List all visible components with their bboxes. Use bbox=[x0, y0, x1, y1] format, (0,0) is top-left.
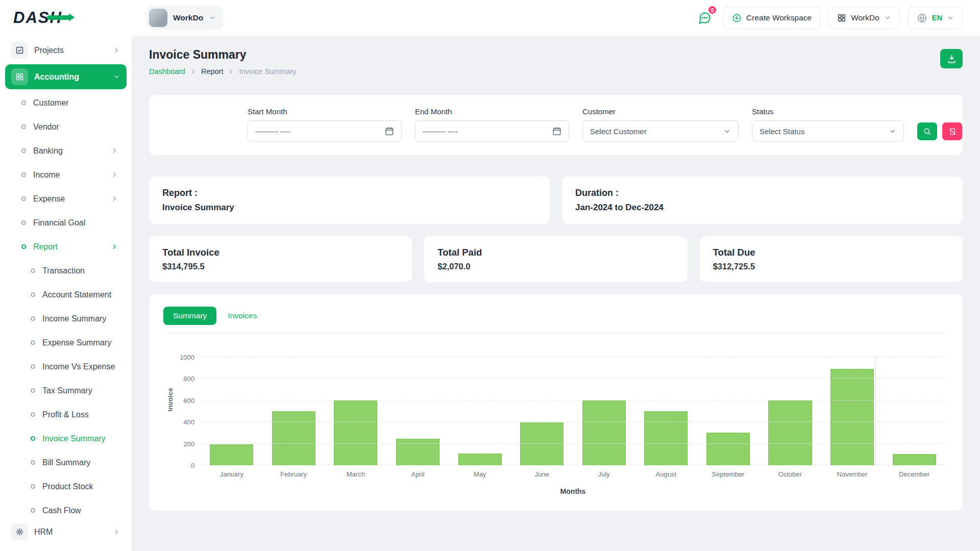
messages-button[interactable]: 0 bbox=[694, 7, 715, 29]
sidebar-item-customer[interactable]: Customer bbox=[5, 91, 127, 115]
reset-filter-button[interactable] bbox=[942, 122, 962, 140]
bar-august bbox=[644, 411, 688, 465]
circle-icon bbox=[21, 196, 26, 201]
bar-column-may bbox=[449, 357, 511, 465]
y-tick-label: 1000 bbox=[180, 354, 194, 361]
breadcrumb-report[interactable]: Report bbox=[201, 67, 224, 76]
sidebar-item-label: Product Stock bbox=[42, 482, 118, 491]
workspace-selector[interactable]: WorkDo bbox=[146, 6, 223, 30]
sidebar-item-product-stock[interactable]: Product Stock bbox=[5, 474, 127, 498]
sidebar-item-projects[interactable]: Projects bbox=[5, 38, 127, 63]
sidebar-item-label: Customer bbox=[33, 98, 118, 108]
tab-invoices[interactable]: Invoices bbox=[222, 307, 263, 325]
calendar-icon bbox=[552, 127, 561, 136]
chevron-right-icon bbox=[111, 147, 118, 155]
customer-label: Customer bbox=[582, 107, 739, 116]
sidebar-item-label: Expense Summary bbox=[42, 338, 118, 347]
info-row: Report : Invoice Summary Duration : Jan-… bbox=[149, 177, 963, 224]
breadcrumb-dashboard-link[interactable]: Dashboard bbox=[149, 67, 185, 76]
sidebar-item-income-vs-expense[interactable]: Income Vs Expense bbox=[5, 355, 127, 379]
main-column: WorkDo 0 Create Workspace WorkDo bbox=[132, 0, 980, 551]
bar-column-november bbox=[821, 357, 884, 465]
sidebar-item-banking[interactable]: Banking bbox=[5, 139, 127, 163]
sidebar-item-expense[interactable]: Expense bbox=[5, 187, 127, 211]
sidebar-item-label: Cash Flow bbox=[42, 506, 118, 515]
bar-december bbox=[893, 454, 936, 465]
chevron-separator-icon bbox=[228, 68, 234, 75]
sidebar-item-label: Expense bbox=[33, 194, 104, 204]
customer-select-value: Select Customer bbox=[590, 127, 647, 136]
status-select[interactable]: Select Status bbox=[752, 120, 904, 142]
bar-column-august bbox=[635, 357, 697, 465]
sidebar-item-income[interactable]: Income bbox=[5, 163, 127, 187]
x-tick-label: September bbox=[697, 470, 760, 478]
sidebar-item-label: Financial Goal bbox=[33, 218, 118, 228]
sidebar-item-report[interactable]: Report bbox=[5, 235, 127, 259]
total-card-value: $314,795.5 bbox=[162, 262, 399, 271]
sidebar-item-vendor[interactable]: Vendor bbox=[5, 115, 127, 139]
end-month-input[interactable]: --------- ---- bbox=[415, 120, 569, 142]
sidebar-nav: Projects Accounting CustomerVendorBankin… bbox=[0, 36, 132, 519]
start-month-input[interactable]: --------- ---- bbox=[248, 120, 402, 142]
circle-icon bbox=[31, 484, 35, 489]
sidebar-item-label: Report bbox=[33, 242, 104, 252]
sidebar-item-income-summary[interactable]: Income Summary bbox=[5, 307, 127, 331]
duration-card: Duration : Jan-2024 to Dec-2024 bbox=[562, 177, 963, 224]
sidebar-item-label: Transaction bbox=[42, 266, 118, 276]
start-month-label: Start Month bbox=[248, 107, 402, 116]
y-tick-label: 800 bbox=[183, 375, 194, 383]
bar-may bbox=[458, 454, 502, 465]
chevron-right-icon bbox=[113, 528, 120, 536]
app-logo[interactable]: DASH bbox=[13, 9, 62, 27]
bar-november bbox=[830, 369, 874, 465]
bar-column-october bbox=[759, 357, 821, 465]
circle-icon bbox=[31, 436, 35, 441]
reset-icon bbox=[948, 128, 957, 136]
bar-july bbox=[582, 400, 626, 465]
sidebar-item-transaction[interactable]: Transaction bbox=[5, 259, 127, 283]
total-card-value: $2,070.0 bbox=[437, 262, 674, 271]
sidebar-item-cash-flow[interactable]: Cash Flow bbox=[5, 498, 127, 519]
tab-summary[interactable]: Summary bbox=[163, 307, 216, 325]
y-tick-label: 200 bbox=[183, 440, 194, 447]
bar-column-february bbox=[263, 357, 325, 465]
totals-row: Total Invoice$314,795.5Total Paid$2,070.… bbox=[149, 236, 963, 282]
sidebar-item-accounting[interactable]: Accounting bbox=[5, 64, 127, 89]
sidebar-item-hrm[interactable]: HRM bbox=[5, 519, 127, 544]
gridline bbox=[201, 443, 945, 444]
grid-icon bbox=[11, 68, 28, 85]
sidebar-item-label: Banking bbox=[33, 146, 104, 156]
sidebar-item-label: Tax Summary bbox=[42, 386, 118, 395]
y-tick-label: 400 bbox=[183, 418, 194, 426]
end-month-label: End Month bbox=[415, 107, 569, 116]
sidebar-item-account-statement[interactable]: Account Statement bbox=[5, 283, 127, 307]
create-workspace-button[interactable]: Create Workspace bbox=[723, 7, 820, 29]
total-card-total-paid: Total Paid$2,070.0 bbox=[424, 236, 687, 282]
sidebar-item-financial-goal[interactable]: Financial Goal bbox=[5, 211, 127, 235]
account-menu-label: WorkDo bbox=[851, 13, 879, 22]
sidebar-item-label: Projects bbox=[34, 46, 107, 55]
x-tick-label: December bbox=[883, 470, 945, 478]
apply-filter-button[interactable] bbox=[917, 122, 937, 140]
plus-circle-icon bbox=[732, 13, 742, 23]
sidebar-item-label: Income Vs Expense bbox=[42, 362, 118, 371]
circle-icon bbox=[21, 220, 26, 225]
customer-select[interactable]: Select Customer bbox=[582, 120, 739, 142]
language-selector[interactable]: EN bbox=[908, 7, 963, 29]
circle-icon bbox=[31, 316, 35, 321]
sidebar-item-profit-loss[interactable]: Profit & Loss bbox=[5, 403, 127, 427]
status-label: Status bbox=[752, 107, 904, 116]
x-tick-label: July bbox=[573, 470, 635, 478]
account-menu-button[interactable]: WorkDo bbox=[828, 7, 900, 29]
download-report-button[interactable] bbox=[940, 49, 963, 68]
sidebar-item-tax-summary[interactable]: Tax Summary bbox=[5, 379, 127, 403]
sidebar-item-bill-summary[interactable]: Bill Summary bbox=[5, 450, 127, 474]
chevron-down-icon bbox=[209, 14, 216, 21]
topbar-right: 0 Create Workspace WorkDo EN bbox=[694, 7, 963, 29]
check-square-icon bbox=[11, 42, 28, 59]
total-card-label: Total Invoice bbox=[162, 247, 399, 258]
sidebar: DASH Projects Accounting bbox=[0, 0, 132, 551]
sidebar-item-label: HRM bbox=[34, 528, 107, 537]
sidebar-item-expense-summary[interactable]: Expense Summary bbox=[5, 331, 127, 355]
sidebar-item-invoice-summary[interactable]: Invoice Summary bbox=[5, 427, 127, 450]
